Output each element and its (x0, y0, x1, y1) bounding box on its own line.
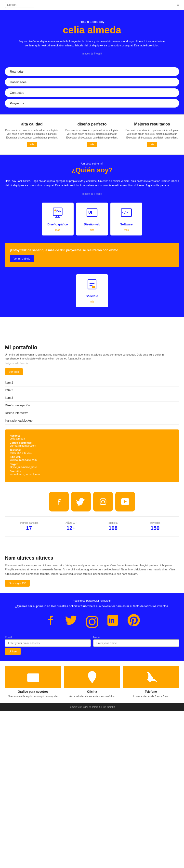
contact-email-value: ourmail@domain.com (10, 444, 36, 447)
nav-item-contacts[interactable]: Contactos (5, 88, 179, 97)
contact-skype-label: Skype: (10, 463, 174, 466)
contact-card-office: Oficina Ven a saludar a la sede de nuest… (64, 666, 120, 698)
list-item: Item 2 (5, 386, 179, 394)
location-card-desc: Ven a saludar a la sede de nuestra ofici… (64, 695, 120, 698)
contact-info-box: Nombre: celia almeda Correo electrónico:… (5, 430, 179, 482)
service-web-more[interactable]: más (90, 228, 95, 231)
feature-quality: alta calidad Duis aute irure dolor in re… (4, 122, 60, 147)
stat-years: AÑOS XP 12+ (52, 522, 90, 531)
contact-address-value: lorem lorem, lorem lorem (10, 473, 40, 476)
svg-point-20 (95, 618, 96, 619)
contact-cards-section: Grafico para nosotros Nuestro amable equ… (0, 661, 184, 703)
contact-website-value: www.ourcoolsaite.com (10, 459, 37, 461)
instagram-icon[interactable] (93, 492, 113, 512)
spacer-2 (0, 327, 184, 337)
portfolio-list: Item 1 Item 2 Item 3 Diseño navegación D… (5, 379, 179, 425)
stat-years-value: 12+ (52, 525, 90, 531)
hero-description: Soy un diseñador digital enamorado de la… (19, 39, 165, 48)
service-solicitud-label: Solicitud (80, 294, 104, 298)
portfolio-view-all-button[interactable]: Ver todo (5, 368, 23, 375)
footer: Sample text. Click to select it. Find th… (0, 703, 184, 711)
happy-box: ¡Estoy feliz de saber que más de 300 pro… (5, 243, 179, 267)
nav-item-skills[interactable]: Habilidades (5, 78, 179, 87)
feature-design-title: diseño perfecto (64, 122, 120, 126)
phone-card-title: Teléfono (123, 690, 179, 693)
contact-address-row: Dirección: lorem lorem, lorem lorem (10, 470, 174, 476)
feature-results-btn[interactable]: más (147, 142, 157, 147)
phone-card-icon (123, 666, 179, 688)
feature-design: diseño perfecto Duis aute irure dolor in… (64, 122, 120, 147)
big-twitter-icon[interactable] (61, 613, 81, 631)
stat-clients: clientela 108 (94, 522, 132, 531)
service-software-label: Software (114, 223, 139, 226)
features-section: alta calidad Duis aute irure dolor in re… (0, 115, 184, 154)
nav-item-resume[interactable]: Reanudar (5, 67, 179, 76)
svg-text:in: in (108, 617, 115, 624)
service-graphic-more[interactable]: más (56, 228, 60, 231)
feature-quality-btn[interactable]: más (27, 142, 37, 147)
solicitud-icon (80, 278, 104, 292)
social-icons-row (5, 487, 179, 516)
portfolio-attribution: Imágenes de Freepik (5, 362, 179, 365)
svg-point-17 (105, 499, 106, 500)
list-item: Item 1 (5, 379, 179, 386)
twitter-icon[interactable] (71, 492, 91, 512)
svg-text:</>: </> (122, 211, 128, 214)
feature-quality-desc: Duis aute irure dolor in reprehenderit i… (4, 128, 60, 140)
stat-projects-value: 150 (136, 525, 174, 531)
footer-text: Sample text. Click to select it. Find th… (69, 706, 116, 708)
stats-row: premios ganados 17 AÑOS XP 12+ clientela… (5, 516, 179, 536)
nav-item-projects[interactable]: Proyectos (5, 99, 179, 107)
name-input[interactable] (93, 640, 179, 647)
contact-name-label: Nombre: (10, 434, 174, 437)
facebook-icon[interactable] (49, 492, 69, 512)
feature-design-desc: Duis aute irure dolor in reprehenderit i… (64, 128, 120, 140)
svg-point-16 (102, 500, 105, 503)
subscribe-button[interactable]: Unirse (5, 648, 21, 655)
feature-results-desc: Duis aute irure dolor in reprehenderit i… (124, 128, 180, 140)
stat-years-label: AÑOS XP (52, 522, 90, 524)
portfolio-section: Mi portafolio Un enim ad minim veniam, q… (0, 337, 184, 549)
service-graphic-label: Diseño gráfico (45, 223, 70, 226)
services-grid: Diseño gráfico más UI Diseño web más </> (5, 200, 179, 238)
stat-awards-value: 17 (10, 525, 48, 531)
list-item: Diseño interactivo (5, 409, 179, 417)
big-instagram-icon[interactable] (82, 613, 102, 631)
contact-website-row: Sitio web: www.ourcoolsaite.com (10, 456, 174, 461)
list-item: Item 3 (5, 394, 179, 402)
contact-skype-value: skype_nickname_here (10, 466, 37, 468)
big-linkedin-icon[interactable]: in (103, 613, 123, 631)
about-section: Un poco sobre mí ¿Quién soy? Hola, soy J… (0, 155, 184, 317)
see-more-button[interactable]: Ver mi trabajo (10, 255, 34, 262)
big-social-row: in (5, 613, 179, 631)
feature-results-title: Mejores resultados (124, 122, 180, 126)
download-cv-button[interactable]: Descargar CV (5, 580, 30, 587)
graphic-design-icon (45, 206, 70, 221)
service-software: </> Software más (110, 203, 142, 236)
hero-attribution: Imagen de Freepik (5, 52, 179, 55)
hamburger-icon[interactable]: ≡ (176, 2, 179, 8)
newsletter-sub-label: Registrese para recibir el boletín (5, 599, 179, 602)
portfolio-description: Un enim ad minim veniam, quis nostrud ex… (5, 352, 179, 361)
contact-name-row: Nombre: celia almeda (10, 434, 174, 440)
svg-rect-14 (92, 286, 95, 288)
contact-name-value: celia almeda (10, 437, 25, 440)
hero-name: celia almeda (5, 25, 179, 36)
service-software-more[interactable]: más (124, 228, 129, 231)
search-input[interactable] (5, 2, 34, 8)
stat-awards-label: premios ganados (10, 522, 48, 524)
service-web-label: Diseño web (80, 223, 104, 226)
stat-clients-label: clientela (94, 522, 132, 524)
email-label: Email (5, 636, 91, 639)
big-facebook-icon[interactable] (40, 613, 60, 631)
web-design-icon: UI (80, 206, 104, 221)
big-pinterest-icon[interactable] (124, 613, 144, 631)
email-input[interactable] (5, 640, 91, 647)
youtube-icon[interactable] (115, 492, 135, 512)
service-solicitud-more[interactable]: más (90, 300, 95, 303)
feature-design-btn[interactable]: más (87, 142, 98, 147)
contact-skype-row: Skype: skype_nickname_here (10, 463, 174, 468)
nav-pills: Reanudar Habilidades Contactos Proyectos (0, 67, 184, 115)
software-icon: </> (114, 206, 139, 221)
about-attribution: Imagen de Freepik (5, 192, 179, 195)
